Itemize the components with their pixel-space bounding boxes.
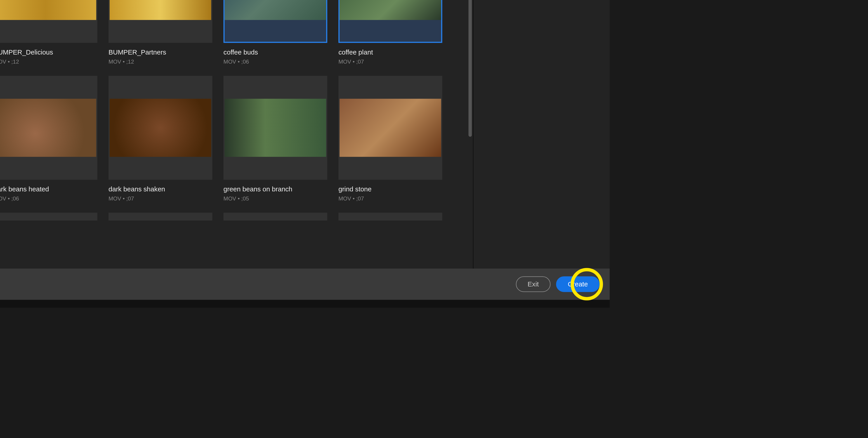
app-window: Import Edit Export No Project Open Proje… <box>0 0 610 308</box>
clip-item[interactable]: dark beans heatedMOV • ;06 <box>0 76 97 202</box>
import-settings-panel: Import settings ›Copy media›New bin›Crea… <box>473 0 610 268</box>
clip-item[interactable]: grind stoneMOV • ;07 <box>338 76 442 202</box>
clip-metadata: MOV • ;07 <box>338 196 442 202</box>
media-browser: › DPL 03 › Delicious Peace ✓beans <box>0 0 473 268</box>
clip-preview-image <box>110 0 211 20</box>
clip-name: coffee plant <box>338 49 442 56</box>
clip-thumbnail[interactable]: ✓ <box>338 0 442 43</box>
clip-thumbnail[interactable] <box>338 76 442 180</box>
clip-thumbnail[interactable] <box>223 76 327 180</box>
clip-name: BUMPER_Delicious <box>0 49 97 56</box>
create-button[interactable]: Create <box>556 276 600 292</box>
clip-metadata: MOV • ;05 <box>223 196 327 202</box>
clip-item[interactable] <box>0 213 97 221</box>
clip-thumbnail[interactable] <box>223 213 327 221</box>
scrollbar-vertical[interactable] <box>468 0 472 137</box>
clip-preview-image <box>340 99 441 157</box>
clip-thumbnail[interactable] <box>108 76 212 180</box>
clip-name: BUMPER_Partners <box>108 49 212 56</box>
clip-metadata: MOV • ;06 <box>223 59 327 65</box>
clip-preview-image <box>0 0 96 20</box>
clip-item[interactable]: ✓coffee budsMOV • ;06 <box>223 0 327 65</box>
clip-name: green beans on branch <box>223 185 327 193</box>
clip-grid: ✓beans being hulledMOV • ;03BUMPER_Delic… <box>0 0 473 268</box>
clip-name: dark beans shaken <box>108 185 212 193</box>
clip-metadata: MOV • ;12 <box>108 59 212 65</box>
clip-item[interactable] <box>338 213 442 221</box>
clip-thumbnail[interactable] <box>0 76 97 180</box>
clip-name: dark beans heated <box>0 185 97 193</box>
clip-item[interactable] <box>223 213 327 221</box>
clip-preview-image <box>340 0 441 20</box>
clip-item[interactable]: dark beans shakenMOV • ;07 <box>108 76 212 202</box>
clip-thumbnail[interactable] <box>338 213 442 221</box>
clip-preview-image <box>225 0 326 20</box>
clip-item[interactable]: green beans on branchMOV • ;05 <box>223 76 327 202</box>
selection-tray: 1 Exit Create <box>0 268 610 300</box>
clip-name: coffee buds <box>223 49 327 56</box>
clip-preview-image <box>225 99 326 157</box>
clip-item[interactable]: BUMPER_PartnersMOV • ;12 <box>108 0 212 65</box>
clip-metadata: MOV • ;06 <box>0 196 97 202</box>
clip-metadata: MOV • ;07 <box>338 59 442 65</box>
clip-thumbnail[interactable] <box>108 213 212 221</box>
clip-thumbnail[interactable] <box>0 0 97 43</box>
clip-metadata: MOV • ;07 <box>108 196 212 202</box>
clip-name: grind stone <box>338 185 442 193</box>
main-area: FAVORITES Sample Media LOCAL Home Deskto… <box>0 0 610 268</box>
clip-item[interactable]: ✓coffee plantMOV • ;07 <box>338 0 442 65</box>
clip-thumbnail[interactable]: ✓ <box>223 0 327 43</box>
clip-item[interactable]: BUMPER_DeliciousMOV • ;12 <box>0 0 97 65</box>
exit-button[interactable]: Exit <box>516 276 550 292</box>
status-bar <box>0 300 610 308</box>
clip-item[interactable] <box>108 213 212 221</box>
clip-thumbnail[interactable] <box>108 0 212 43</box>
clip-thumbnail[interactable] <box>0 213 97 221</box>
clip-metadata: MOV • ;12 <box>0 59 97 65</box>
clip-preview-image <box>0 99 96 157</box>
clip-preview-image <box>110 99 211 157</box>
